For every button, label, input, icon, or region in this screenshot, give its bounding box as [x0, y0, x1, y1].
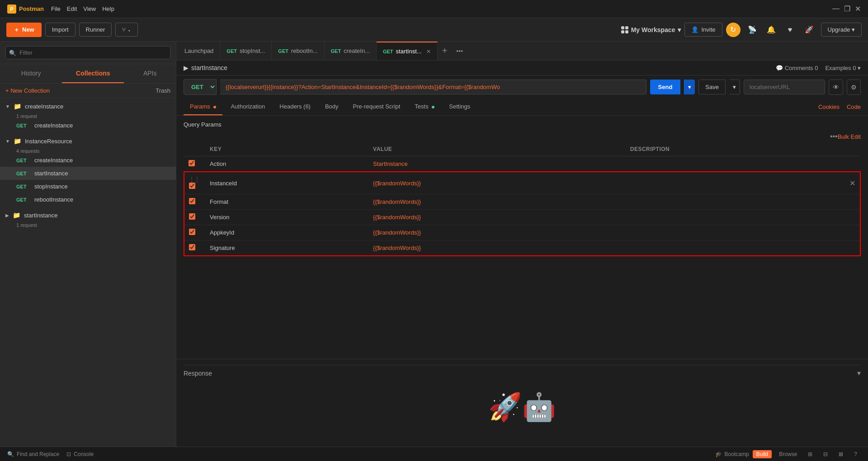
tab-add-button[interactable]: +	[438, 46, 452, 56]
method-label: GET	[226, 48, 237, 54]
build-button[interactable]: Build	[753, 450, 772, 458]
tab-createln[interactable]: GET createIn...	[325, 42, 377, 60]
row-checkbox[interactable]	[189, 160, 195, 166]
workspace-selector[interactable]: My Workspace ▾	[621, 26, 681, 33]
req-tab-authorization[interactable]: Authorization	[224, 99, 271, 115]
tab-more-button[interactable]: •••	[452, 47, 467, 55]
sync-button[interactable]: ↻	[726, 23, 741, 37]
request-item-startinstance[interactable]: GET startInstance	[0, 167, 176, 180]
req-tab-headers[interactable]: Headers (6)	[273, 99, 317, 115]
param-desc[interactable]	[626, 225, 845, 240]
req-tab-params[interactable]: Params	[184, 99, 222, 115]
settings-button[interactable]: ⚙	[847, 80, 861, 95]
fork-button[interactable]: ⑂ ▾	[115, 23, 138, 37]
collection-header-instanceresource[interactable]: ▼ 📁 InstanceResource	[0, 134, 176, 148]
param-key[interactable]: AppkeyId	[205, 225, 368, 240]
menu-view[interactable]: View	[83, 5, 96, 12]
browse-button[interactable]: Browse	[775, 450, 801, 458]
new-button[interactable]: ＋ New	[6, 23, 42, 37]
layout-btn-2[interactable]: ⊟	[820, 450, 831, 458]
url-input[interactable]	[220, 80, 646, 94]
param-key[interactable]: Version	[205, 210, 368, 225]
param-value[interactable]: {{$randomWords}}	[368, 210, 626, 225]
more-actions-button[interactable]: •••	[830, 132, 838, 141]
close-icon[interactable]: ✕	[426, 48, 431, 55]
menu-file[interactable]: File	[51, 5, 61, 12]
request-item[interactable]: GET createInstance	[0, 119, 176, 132]
send-dropdown[interactable]: ▾	[684, 80, 695, 94]
bulk-edit-button[interactable]: Bulk Edit	[838, 133, 861, 140]
method-select[interactable]: GET	[184, 79, 217, 95]
send-button[interactable]: Send	[650, 80, 681, 94]
param-key[interactable]: Action	[205, 156, 368, 172]
req-tab-body[interactable]: Body	[319, 99, 345, 115]
param-key[interactable]: Format	[205, 194, 368, 210]
close-btn[interactable]: ✕	[855, 5, 861, 13]
minimize-btn[interactable]: —	[832, 5, 840, 13]
param-desc[interactable]	[626, 210, 845, 225]
runner-button[interactable]: Runner	[79, 23, 112, 37]
layout-btn-3[interactable]: ⊠	[835, 450, 847, 458]
param-desc[interactable]	[626, 194, 845, 210]
tab-stopinst[interactable]: GET stopInst...	[220, 42, 272, 60]
menu-help[interactable]: Help	[102, 5, 114, 12]
param-desc[interactable]	[626, 172, 845, 194]
param-desc[interactable]	[626, 240, 845, 256]
notification-icon[interactable]: 🔔	[764, 23, 778, 37]
trash-button[interactable]: Trash	[156, 87, 170, 94]
request-item-rebootinstance[interactable]: GET rebootInstance	[0, 193, 176, 206]
request-item-stopinstance[interactable]: GET stopInstance	[0, 180, 176, 193]
collection-header-startinstance[interactable]: ▶ 📁 startInstance	[0, 208, 176, 222]
search-input[interactable]	[5, 46, 170, 59]
row-checkbox[interactable]	[189, 229, 195, 235]
row-checkbox[interactable]	[189, 244, 195, 250]
heart-icon[interactable]: ♥	[783, 23, 797, 37]
param-value[interactable]: StartInstance	[368, 156, 626, 172]
upgrade-button[interactable]: Upgrade ▾	[821, 23, 862, 37]
bootcamp-item[interactable]: 🎓 Bootcamp	[715, 451, 749, 457]
sidebar-tab-apis[interactable]: APIs	[124, 64, 176, 83]
tab-startinst[interactable]: GET startInst... ✕	[377, 42, 438, 60]
param-value[interactable]: {{$randomWords}}	[368, 194, 626, 210]
param-key[interactable]: InstanceId	[205, 172, 368, 194]
param-value[interactable]: {{$randomWords}}	[368, 240, 626, 256]
req-tab-prerequest[interactable]: Pre-request Script	[347, 99, 407, 115]
breadcrumb-text: startInstance	[191, 64, 227, 71]
response-scroll-btn[interactable]: ▾	[857, 369, 861, 377]
param-value[interactable]: {{$randomWords}}	[368, 172, 626, 194]
request-item-createinstance[interactable]: GET createInstance	[0, 154, 176, 167]
cookies-link[interactable]: Cookies	[818, 103, 840, 110]
expand-icon[interactable]: ▶	[184, 64, 189, 71]
req-tab-tests[interactable]: Tests	[408, 99, 441, 115]
profile-icon[interactable]: 🚀	[802, 23, 816, 37]
save-dropdown[interactable]: ▾	[729, 80, 740, 94]
help-btn[interactable]: ?	[850, 450, 861, 458]
import-button[interactable]: Import	[45, 23, 75, 37]
env-select[interactable]	[744, 80, 825, 94]
tab-launchpad[interactable]: Launchpad	[178, 42, 220, 60]
code-link[interactable]: Code	[847, 103, 861, 110]
layout-btn-1[interactable]: ⊞	[804, 450, 816, 458]
console-item[interactable]: ⊡ Console	[66, 451, 94, 457]
tab-rebootin[interactable]: GET rebootIn...	[272, 42, 324, 60]
row-checkbox[interactable]	[189, 183, 195, 189]
menu-edit[interactable]: Edit	[67, 5, 77, 12]
row-checkbox[interactable]	[189, 213, 195, 220]
collection-header-createinstance[interactable]: ▼ 📁 createInstance	[0, 99, 176, 113]
sidebar-tab-history[interactable]: History	[0, 64, 62, 83]
sidebar-tab-collections[interactable]: Collections	[62, 64, 124, 83]
save-button[interactable]: Save	[698, 80, 726, 94]
new-collection-button[interactable]: + New Collection	[5, 87, 50, 94]
eye-button[interactable]: 👁	[829, 80, 843, 95]
param-value[interactable]: {{$randomWords}}	[368, 225, 626, 240]
param-desc[interactable]	[626, 156, 845, 172]
delete-row-button[interactable]: ✕	[849, 179, 855, 188]
req-tab-settings[interactable]: Settings	[443, 99, 476, 115]
row-checkbox[interactable]	[189, 198, 195, 204]
find-replace-item[interactable]: 🔍 Find and Replace	[7, 451, 59, 457]
invite-button[interactable]: 👤 Invite	[684, 23, 722, 37]
maximize-btn[interactable]: ❐	[844, 5, 850, 13]
satellite-icon[interactable]: 📡	[745, 23, 760, 37]
param-key[interactable]: Signature	[205, 240, 368, 256]
drag-handle[interactable]: ⋮⋮	[189, 176, 200, 183]
